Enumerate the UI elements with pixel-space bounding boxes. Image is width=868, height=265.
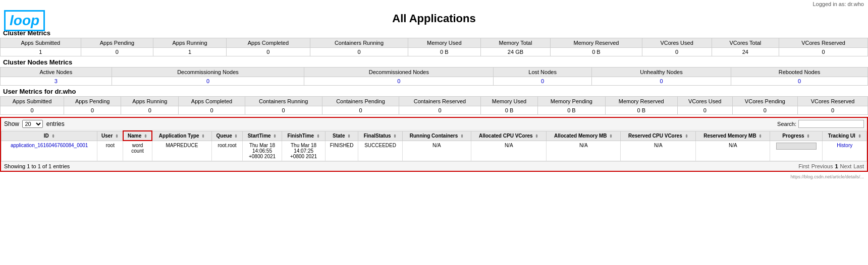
col-header-id[interactable]: ID ⇕ [2, 131, 97, 141]
cm-memory-total: 24 GB [480, 48, 551, 56]
table-footer: Showing 1 to 1 of 1 entries First Previo… [1, 161, 867, 171]
cm-apps-running: 1 [153, 48, 227, 56]
cm-header-memory-used: Memory Used [408, 38, 480, 48]
um-header-vcores-reserved: VCores Reserved [798, 97, 868, 106]
row-running-containers: N/A [402, 141, 471, 161]
um-header-apps-pending: Apps Pending [64, 97, 121, 106]
cluster-metrics-section: Cluster Metrics Apps Submitted Apps Pend… [0, 27, 868, 56]
col-header-alloc-cpu[interactable]: Allocated CPU VCores ⇕ [471, 131, 547, 141]
um-header-memory-pending: Memory Pending [538, 97, 606, 106]
row-reserved-cpu: N/A [621, 141, 696, 161]
logo-text: loop [10, 13, 39, 28]
col-header-alloc-memory[interactable]: Allocated Memory MB ⇕ [547, 131, 621, 141]
col-header-name[interactable]: Name ⇕ [123, 131, 152, 141]
cn-header-decommissioned: Decommissioned Nodes [304, 68, 494, 77]
um-vcores-pending: 0 [732, 106, 797, 115]
um-apps-pending: 0 [64, 106, 121, 115]
row-tracking-ui: History [823, 141, 867, 161]
cn-unhealthy: 0 [591, 77, 731, 86]
cm-header-vcores-reserved: VCores Reserved [779, 38, 868, 48]
um-header-containers-reserved: Containers Reserved [399, 97, 481, 106]
cn-header-lost: Lost Nodes [494, 68, 592, 77]
col-header-progress[interactable]: Progress ⇕ [770, 131, 823, 141]
um-memory-reserved: 0 B [605, 106, 677, 115]
cn-header-decommissioning: Decommissioning Nodes [112, 68, 304, 77]
pagination-last[interactable]: Last [853, 163, 864, 169]
cm-header-apps-completed: Apps Completed [226, 38, 310, 48]
cluster-metrics-title: Cluster Metrics [0, 27, 868, 38]
cn-header-unhealthy: Unhealthy Nodes [591, 68, 731, 77]
um-apps-running: 0 [121, 106, 179, 115]
show-select[interactable]: 10 20 25 50 100 [22, 120, 43, 128]
sort-arrow-app-type: ⇕ [201, 134, 205, 139]
um-memory-used: 0 B [480, 106, 537, 115]
cm-header-vcores-total: VCores Total [712, 38, 779, 48]
cm-header-apps-pending: Apps Pending [81, 38, 153, 48]
um-header-apps-running: Apps Running [121, 97, 179, 106]
cm-header-apps-submitted: Apps Submitted [1, 38, 81, 48]
um-header-containers-pending: Containers Pending [322, 97, 399, 106]
um-containers-running: 0 [245, 106, 322, 115]
um-header-memory-reserved: Memory Reserved [605, 97, 677, 106]
sort-arrow-running-containers: ⇕ [460, 134, 464, 139]
um-vcores-used: 0 [677, 106, 732, 115]
sort-arrow-reserved-cpu: ⇕ [685, 134, 688, 139]
pagination-previous[interactable]: Previous [811, 163, 833, 169]
col-header-reserved-memory[interactable]: Reserved Memory MB ⇕ [696, 131, 770, 141]
cm-header-vcores-used: VCores Used [642, 38, 712, 48]
search-label: Search: [777, 121, 796, 127]
col-header-final-status[interactable]: FinalStatus ⇕ [358, 131, 402, 141]
col-header-state[interactable]: State ⇕ [326, 131, 358, 141]
cn-decommissioning: 0 [112, 77, 304, 86]
cn-header-rebooted: Rebooted Nodes [731, 68, 868, 77]
col-header-app-type[interactable]: Application Type ⇕ [152, 131, 211, 141]
cm-vcores-reserved: 0 [779, 48, 868, 56]
row-alloc-memory: N/A [547, 141, 621, 161]
pagination: First Previous 1 Next Last [798, 163, 864, 169]
cm-memory-reserved: 0 B [551, 48, 642, 56]
table-row: application_1616046760084_0001 root word… [2, 141, 867, 161]
header: loop All Applications [0, 8, 868, 27]
app-id-link[interactable]: application_1616046760084_0001 [11, 143, 88, 148]
col-header-tracking-ui[interactable]: Tracking UI ⇕ [823, 131, 867, 141]
main-table-wrapper: Show 10 20 25 50 100 entries Search: ID … [0, 117, 868, 172]
row-name: wordcount [123, 141, 152, 161]
sort-arrow-state: ⇕ [347, 134, 351, 139]
col-header-user[interactable]: User ⇕ [97, 131, 123, 141]
col-header-start-time[interactable]: StartTime ⇕ [242, 131, 282, 141]
row-alloc-cpu: N/A [471, 141, 547, 161]
row-state: FINISHED [326, 141, 358, 161]
search-input[interactable] [798, 120, 864, 128]
page-title: All Applications [392, 12, 475, 25]
row-finish-time: Thu Mar 1814:07:25+0800 2021 [282, 141, 326, 161]
um-apps-completed: 0 [179, 106, 245, 115]
entries-label: entries [46, 120, 65, 127]
cluster-nodes-table: Active Nodes Decommissioning Nodes Decom… [0, 67, 868, 86]
sort-arrow-reserved-memory: ⇕ [758, 134, 762, 139]
tracking-link[interactable]: History [837, 143, 852, 148]
col-header-reserved-cpu[interactable]: Reserved CPU VCores ⇕ [621, 131, 696, 141]
col-header-queue[interactable]: Queue ⇕ [212, 131, 243, 141]
col-header-finish-time[interactable]: FinishTime ⇕ [282, 131, 326, 141]
um-apps-submitted: 0 [1, 106, 64, 115]
um-header-memory-used: Memory Used [480, 97, 537, 106]
row-user: root [97, 141, 123, 161]
pagination-next[interactable]: Next [840, 163, 852, 169]
um-memory-pending: 0 B [538, 106, 606, 115]
cn-lost: 0 [494, 77, 592, 86]
table-controls: Show 10 20 25 50 100 entries Search: [1, 118, 867, 130]
sort-arrow-name: ⇕ [144, 134, 147, 139]
pagination-first[interactable]: First [798, 163, 809, 169]
cm-containers-running: 0 [310, 48, 408, 56]
cluster-nodes-section: Cluster Nodes Metrics Active Nodes Decom… [0, 56, 868, 86]
row-reserved-memory: N/A [696, 141, 770, 161]
cn-rebooted: 0 [731, 77, 868, 86]
logged-in-text: Logged in as: dr.who [812, 1, 864, 7]
sort-arrow-alloc-memory: ⇕ [609, 134, 613, 139]
um-containers-pending: 0 [322, 106, 399, 115]
sort-arrow-progress: ⇕ [806, 134, 810, 139]
cm-apps-completed: 0 [226, 48, 310, 56]
row-app-type: MAPREDUCE [152, 141, 211, 161]
col-header-running-containers[interactable]: Running Containers ⇕ [402, 131, 471, 141]
cn-active: 3 [1, 77, 112, 86]
